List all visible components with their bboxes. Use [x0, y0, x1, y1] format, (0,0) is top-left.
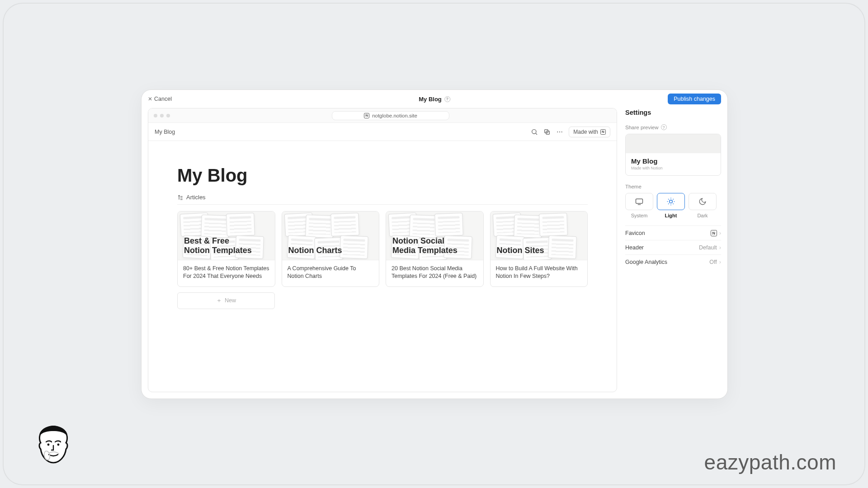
share-preview-title: My Blog — [631, 157, 715, 165]
dialog-header: ✕ Cancel My Blog ? Publish changes — [142, 90, 727, 108]
dialog-body: N notglobe.notion.site My Blog — [142, 108, 727, 399]
settings-row-ga[interactable]: Google Analytics Off › — [625, 254, 721, 269]
dialog-title: My Blog ? — [419, 96, 450, 103]
chevron-right-icon: › — [719, 258, 721, 265]
info-icon[interactable]: ? — [444, 96, 450, 102]
preview-panel: N notglobe.notion.site My Blog — [148, 108, 617, 392]
settings-row-key: Favicon — [625, 230, 645, 236]
card-thumb: Best & Free Notion Templates — [178, 211, 275, 260]
theme-system[interactable] — [625, 193, 653, 210]
monitor-icon — [635, 197, 644, 206]
browser-bar: N notglobe.notion.site — [148, 108, 617, 123]
settings-row-value: Default — [699, 244, 717, 251]
settings-row-header[interactable]: Header Default › — [625, 240, 721, 254]
url-bar[interactable]: N notglobe.notion.site — [332, 111, 449, 120]
moon-icon — [698, 197, 707, 206]
made-with-badge[interactable]: Made with N — [569, 127, 610, 137]
tab-label: Articles — [186, 194, 206, 201]
duplicate-icon[interactable] — [543, 128, 551, 136]
toolbar-right: Made with N — [531, 127, 610, 137]
svg-point-4 — [557, 131, 558, 132]
more-icon[interactable] — [556, 128, 563, 136]
svg-rect-11 — [636, 199, 643, 203]
search-icon[interactable] — [531, 128, 538, 136]
avatar — [33, 424, 73, 469]
svg-line-19 — [673, 204, 674, 204]
cards-grid: Best & Free Notion Templates 80+ Best & … — [177, 211, 588, 287]
cancel-label: Cancel — [154, 96, 172, 102]
svg-point-6 — [561, 131, 562, 132]
card-caption: 20 Best Notion Social Media Templates Fo… — [386, 260, 483, 286]
svg-point-23 — [57, 444, 60, 446]
share-preview-label: Share preview ? — [625, 124, 721, 130]
chevron-right-icon: › — [719, 230, 721, 236]
plus-icon: ＋ — [216, 297, 222, 305]
new-button[interactable]: ＋ New — [177, 292, 275, 309]
share-preview-sub: Made with Notion — [631, 166, 715, 170]
settings-row-key: Header — [625, 244, 644, 251]
traffic-dot — [160, 114, 164, 117]
card-caption: A Comprehensive Guide To Notion Charts — [282, 260, 379, 286]
svg-line-1 — [536, 133, 537, 135]
traffic-dot — [154, 114, 157, 117]
publish-button[interactable]: Publish changes — [668, 94, 721, 104]
svg-line-20 — [668, 204, 669, 204]
settings-row-favicon[interactable]: Favicon N › — [625, 225, 721, 240]
theme-light-label: Light — [657, 213, 685, 218]
breadcrumb[interactable]: My Blog — [155, 129, 175, 135]
sun-icon — [666, 197, 675, 206]
theme-system-label: System — [625, 213, 653, 218]
svg-line-21 — [673, 199, 674, 199]
card-thumb: Notion Social Media Templates — [386, 211, 483, 260]
theme-options — [625, 193, 721, 210]
new-label: New — [225, 297, 236, 304]
notion-icon: N — [711, 230, 717, 236]
thumb-title: Notion Charts — [288, 246, 342, 255]
theme-label: Theme — [625, 184, 721, 189]
svg-point-0 — [532, 129, 536, 133]
card-thumb: Notion Charts — [282, 211, 379, 260]
share-preview-card[interactable]: My Blog Made with Notion — [625, 134, 721, 176]
settings-row-key: Google Analytics — [625, 259, 667, 265]
theme-dark[interactable] — [689, 193, 717, 210]
svg-point-22 — [47, 444, 50, 446]
article-card[interactable]: Best & Free Notion Templates 80+ Best & … — [177, 211, 275, 287]
theme-dark-label: Dark — [689, 213, 717, 218]
card-caption: 80+ Best & Free Notion Templates For 202… — [178, 260, 275, 286]
notion-icon: N — [600, 129, 606, 135]
settings-row-value: Off — [709, 259, 717, 265]
publish-label: Publish changes — [674, 96, 715, 102]
list-icon — [177, 194, 184, 201]
page-toolbar: My Blog Made with N — [148, 123, 617, 141]
tab-articles[interactable]: Articles — [177, 194, 588, 205]
card-caption: How to Build A Full Website With Notion … — [491, 260, 588, 286]
svg-point-13 — [670, 200, 673, 203]
share-preview-image — [626, 134, 721, 153]
info-icon[interactable]: ? — [661, 124, 667, 130]
settings-title: Settings — [625, 109, 721, 116]
notion-icon: N — [364, 113, 369, 118]
page-title: My Blog — [177, 165, 588, 186]
url-text: notglobe.notion.site — [372, 113, 417, 118]
cancel-button[interactable]: ✕ Cancel — [148, 96, 172, 102]
theme-option-labels: System Light Dark — [625, 213, 721, 218]
publish-dialog: ✕ Cancel My Blog ? Publish changes N not… — [141, 89, 728, 399]
theme-light[interactable] — [657, 193, 685, 210]
chevron-right-icon: › — [719, 244, 721, 251]
brand-text: eazypath.com — [704, 450, 836, 474]
traffic-lights — [154, 114, 170, 117]
made-with-label: Made with — [573, 129, 598, 135]
svg-line-18 — [668, 199, 669, 199]
traffic-dot — [166, 114, 170, 117]
thumb-title: Notion Social Media Templates — [392, 236, 458, 255]
svg-point-5 — [559, 131, 560, 132]
card-thumb: Notion Sites — [491, 211, 588, 260]
article-card[interactable]: Notion Social Media Templates 20 Best No… — [386, 211, 484, 287]
article-card[interactable]: Notion Sites How to Build A Full Website… — [490, 211, 588, 287]
new-row: ＋ New — [177, 292, 588, 309]
settings-panel: Settings Share preview ? My Blog Made wi… — [625, 108, 721, 392]
thumb-title: Best & Free Notion Templates — [184, 236, 252, 255]
article-card[interactable]: Notion Charts A Comprehensive Guide To N… — [282, 211, 380, 287]
close-icon: ✕ — [148, 96, 152, 102]
thumb-title: Notion Sites — [497, 246, 544, 255]
